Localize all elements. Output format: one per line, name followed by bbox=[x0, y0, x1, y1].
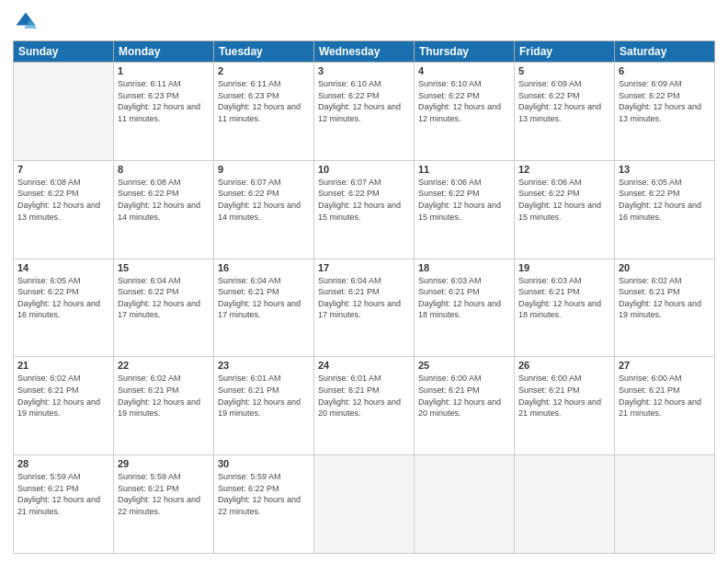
day-number: 23 bbox=[218, 360, 310, 371]
day-number: 14 bbox=[17, 262, 109, 273]
calendar-cell: 30Sunrise: 5:59 AMSunset: 6:22 PMDayligh… bbox=[214, 455, 314, 554]
day-info: Sunrise: 6:04 AMSunset: 6:22 PMDaylight:… bbox=[118, 276, 200, 320]
day-info: Sunrise: 6:06 AMSunset: 6:22 PMDaylight:… bbox=[418, 178, 501, 222]
day-info: Sunrise: 6:11 AMSunset: 6:23 PMDaylight:… bbox=[218, 79, 301, 123]
day-number: 30 bbox=[218, 458, 310, 469]
day-info: Sunrise: 6:11 AMSunset: 6:23 PMDaylight:… bbox=[118, 79, 200, 123]
day-number: 2 bbox=[218, 65, 310, 76]
day-info: Sunrise: 6:03 AMSunset: 6:21 PMDaylight:… bbox=[518, 276, 601, 320]
calendar-cell bbox=[314, 455, 415, 554]
calendar-cell bbox=[415, 455, 515, 554]
header bbox=[13, 9, 715, 35]
day-number: 5 bbox=[518, 65, 610, 76]
day-info: Sunrise: 6:03 AMSunset: 6:21 PMDaylight:… bbox=[418, 276, 501, 320]
day-number: 8 bbox=[118, 164, 210, 175]
calendar-cell: 29Sunrise: 5:59 AMSunset: 6:21 PMDayligh… bbox=[114, 455, 214, 554]
calendar-cell: 18Sunrise: 6:03 AMSunset: 6:21 PMDayligh… bbox=[415, 259, 515, 357]
calendar-cell bbox=[615, 455, 715, 554]
logo bbox=[13, 9, 42, 35]
day-info: Sunrise: 6:08 AMSunset: 6:22 PMDaylight:… bbox=[118, 178, 200, 222]
day-info: Sunrise: 6:09 AMSunset: 6:22 PMDaylight:… bbox=[619, 79, 701, 123]
day-number: 24 bbox=[318, 360, 410, 371]
day-number: 13 bbox=[619, 164, 711, 175]
day-number: 26 bbox=[518, 360, 610, 371]
week-row-0: 1Sunrise: 6:11 AMSunset: 6:23 PMDaylight… bbox=[14, 63, 715, 161]
day-number: 15 bbox=[118, 262, 210, 273]
weekday-header-saturday: Saturday bbox=[615, 41, 715, 63]
week-row-3: 21Sunrise: 6:02 AMSunset: 6:21 PMDayligh… bbox=[14, 357, 715, 455]
day-number: 21 bbox=[17, 360, 109, 371]
day-info: Sunrise: 5:59 AMSunset: 6:21 PMDaylight:… bbox=[17, 472, 100, 516]
calendar-cell: 8Sunrise: 6:08 AMSunset: 6:22 PMDaylight… bbox=[114, 160, 214, 259]
day-number: 19 bbox=[518, 262, 610, 273]
calendar-cell: 12Sunrise: 6:06 AMSunset: 6:22 PMDayligh… bbox=[515, 160, 615, 259]
day-info: Sunrise: 6:01 AMSunset: 6:21 PMDaylight:… bbox=[218, 373, 301, 418]
day-info: Sunrise: 6:08 AMSunset: 6:22 PMDaylight:… bbox=[17, 178, 100, 222]
calendar-cell: 11Sunrise: 6:06 AMSunset: 6:22 PMDayligh… bbox=[415, 160, 515, 259]
calendar-cell: 28Sunrise: 5:59 AMSunset: 6:21 PMDayligh… bbox=[14, 455, 114, 554]
weekday-header-row: SundayMondayTuesdayWednesdayThursdayFrid… bbox=[14, 41, 715, 63]
calendar-cell: 7Sunrise: 6:08 AMSunset: 6:22 PMDaylight… bbox=[14, 160, 114, 259]
day-number: 22 bbox=[118, 360, 210, 371]
day-number: 28 bbox=[17, 458, 109, 469]
day-number: 9 bbox=[218, 164, 310, 175]
day-number: 11 bbox=[418, 164, 510, 175]
calendar-cell: 13Sunrise: 6:05 AMSunset: 6:22 PMDayligh… bbox=[615, 160, 715, 259]
day-number: 1 bbox=[118, 65, 210, 76]
calendar-cell: 15Sunrise: 6:04 AMSunset: 6:22 PMDayligh… bbox=[114, 259, 214, 357]
week-row-2: 14Sunrise: 6:05 AMSunset: 6:22 PMDayligh… bbox=[14, 259, 715, 357]
day-number: 25 bbox=[418, 360, 510, 371]
day-number: 4 bbox=[418, 65, 510, 76]
day-number: 27 bbox=[619, 360, 711, 371]
weekday-header-thursday: Thursday bbox=[415, 41, 515, 63]
calendar-cell: 27Sunrise: 6:00 AMSunset: 6:21 PMDayligh… bbox=[615, 357, 715, 455]
day-number: 16 bbox=[218, 262, 310, 273]
day-number: 10 bbox=[318, 164, 410, 175]
day-info: Sunrise: 6:09 AMSunset: 6:22 PMDaylight:… bbox=[518, 79, 601, 123]
calendar-table: SundayMondayTuesdayWednesdayThursdayFrid… bbox=[13, 40, 715, 554]
week-row-1: 7Sunrise: 6:08 AMSunset: 6:22 PMDaylight… bbox=[14, 160, 715, 259]
calendar-cell: 10Sunrise: 6:07 AMSunset: 6:22 PMDayligh… bbox=[314, 160, 415, 259]
calendar-cell: 14Sunrise: 6:05 AMSunset: 6:22 PMDayligh… bbox=[14, 259, 114, 357]
day-info: Sunrise: 6:05 AMSunset: 6:22 PMDaylight:… bbox=[17, 276, 100, 320]
day-number: 3 bbox=[318, 65, 410, 76]
day-info: Sunrise: 6:00 AMSunset: 6:21 PMDaylight:… bbox=[518, 373, 601, 418]
calendar-cell bbox=[14, 63, 114, 161]
day-info: Sunrise: 6:01 AMSunset: 6:21 PMDaylight:… bbox=[318, 373, 401, 418]
calendar-cell: 1Sunrise: 6:11 AMSunset: 6:23 PMDaylight… bbox=[114, 63, 214, 161]
day-info: Sunrise: 6:07 AMSunset: 6:22 PMDaylight:… bbox=[318, 178, 401, 222]
calendar-cell: 3Sunrise: 6:10 AMSunset: 6:22 PMDaylight… bbox=[314, 63, 415, 161]
weekday-header-tuesday: Tuesday bbox=[214, 41, 314, 63]
calendar-cell: 26Sunrise: 6:00 AMSunset: 6:21 PMDayligh… bbox=[515, 357, 615, 455]
calendar-cell: 6Sunrise: 6:09 AMSunset: 6:22 PMDaylight… bbox=[615, 63, 715, 161]
week-row-4: 28Sunrise: 5:59 AMSunset: 6:21 PMDayligh… bbox=[14, 455, 715, 554]
calendar-cell: 16Sunrise: 6:04 AMSunset: 6:21 PMDayligh… bbox=[214, 259, 314, 357]
calendar-cell: 25Sunrise: 6:00 AMSunset: 6:21 PMDayligh… bbox=[415, 357, 515, 455]
calendar-cell: 24Sunrise: 6:01 AMSunset: 6:21 PMDayligh… bbox=[314, 357, 415, 455]
calendar-cell: 9Sunrise: 6:07 AMSunset: 6:22 PMDaylight… bbox=[214, 160, 314, 259]
calendar-cell: 17Sunrise: 6:04 AMSunset: 6:21 PMDayligh… bbox=[314, 259, 415, 357]
day-info: Sunrise: 6:00 AMSunset: 6:21 PMDaylight:… bbox=[619, 373, 701, 418]
day-number: 6 bbox=[619, 65, 711, 76]
calendar-cell bbox=[515, 455, 615, 554]
day-info: Sunrise: 6:10 AMSunset: 6:22 PMDaylight:… bbox=[418, 79, 501, 123]
day-info: Sunrise: 6:04 AMSunset: 6:21 PMDaylight:… bbox=[318, 276, 401, 320]
day-number: 18 bbox=[418, 262, 510, 273]
day-info: Sunrise: 6:05 AMSunset: 6:22 PMDaylight:… bbox=[619, 178, 701, 222]
calendar-cell: 23Sunrise: 6:01 AMSunset: 6:21 PMDayligh… bbox=[214, 357, 314, 455]
calendar-cell: 5Sunrise: 6:09 AMSunset: 6:22 PMDaylight… bbox=[515, 63, 615, 161]
weekday-header-monday: Monday bbox=[114, 41, 214, 63]
calendar-cell: 22Sunrise: 6:02 AMSunset: 6:21 PMDayligh… bbox=[114, 357, 214, 455]
day-info: Sunrise: 5:59 AMSunset: 6:21 PMDaylight:… bbox=[118, 472, 200, 516]
day-number: 12 bbox=[518, 164, 610, 175]
day-info: Sunrise: 6:04 AMSunset: 6:21 PMDaylight:… bbox=[218, 276, 301, 320]
weekday-header-wednesday: Wednesday bbox=[314, 41, 415, 63]
calendar-cell: 2Sunrise: 6:11 AMSunset: 6:23 PMDaylight… bbox=[214, 63, 314, 161]
day-info: Sunrise: 6:00 AMSunset: 6:21 PMDaylight:… bbox=[418, 373, 501, 418]
logo-icon bbox=[13, 9, 39, 35]
day-number: 29 bbox=[118, 458, 210, 469]
day-info: Sunrise: 6:07 AMSunset: 6:22 PMDaylight:… bbox=[218, 178, 301, 222]
day-info: Sunrise: 5:59 AMSunset: 6:22 PMDaylight:… bbox=[218, 472, 301, 516]
calendar-cell: 21Sunrise: 6:02 AMSunset: 6:21 PMDayligh… bbox=[14, 357, 114, 455]
day-info: Sunrise: 6:02 AMSunset: 6:21 PMDaylight:… bbox=[17, 373, 100, 418]
